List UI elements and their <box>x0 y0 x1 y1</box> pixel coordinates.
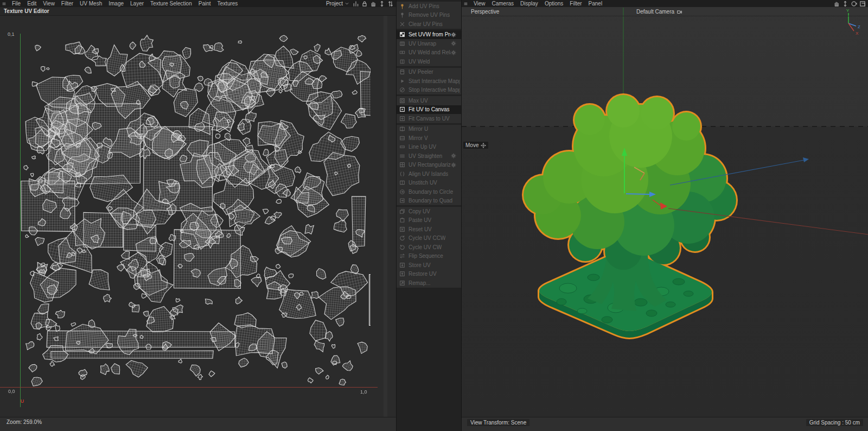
uv-cmd-clear-uv-pins[interactable]: Clear UV Pins <box>397 20 461 29</box>
menu-texture-selection[interactable]: Texture Selection <box>147 1 195 7</box>
dolly-icon[interactable] <box>379 1 385 7</box>
uv-cmd-label: Stop Interactive Mapping <box>409 87 459 93</box>
uv-editor-tab-title[interactable]: Texture UV Editor <box>4 8 49 14</box>
uv-command-group: Copy UVPaste UVReset UVCycle UV CCWCycle… <box>397 207 461 288</box>
menu-uv-mesh[interactable]: UV Mesh <box>76 1 105 7</box>
dolly-icon[interactable] <box>842 1 848 7</box>
viewport-3d-scene[interactable]: YZX <box>462 7 868 417</box>
uv-cmd-uv-unwrap[interactable]: UV Unwrap <box>397 39 461 48</box>
uv-cmd-label: Add UV Pins <box>409 3 439 9</box>
uv-cmd-label: Fit Canvas to UV <box>409 116 450 122</box>
uv-cmd-mirror-u[interactable]: Mirror U <box>397 125 461 134</box>
gear-icon[interactable] <box>451 32 456 37</box>
uv-cmd-label: Flip Sequence <box>409 253 443 259</box>
project-dropdown[interactable]: Project <box>325 1 350 7</box>
uv-cmd-label: Copy UV <box>409 208 430 214</box>
menu-paint[interactable]: Paint <box>195 1 214 7</box>
menu-edit[interactable]: Edit <box>24 1 40 7</box>
uv-cmd-uv-peeler[interactable]: UV Peeler <box>397 68 461 77</box>
uv-cmd-uv-weld-and-relax[interactable]: UV Weld and Relax <box>397 48 461 58</box>
hamburger-icon[interactable] <box>0 1 9 7</box>
uv-cmd-add-uv-pins[interactable]: Add UV Pins <box>397 2 461 11</box>
uv-cmd-label: Mirror V <box>409 135 428 141</box>
uv-cmd-paste-uv[interactable]: Paste UV <box>397 216 461 225</box>
menu-cameras[interactable]: Cameras <box>489 1 518 7</box>
move-icon <box>481 143 486 148</box>
menu-view[interactable]: View <box>40 1 58 7</box>
uv-cmd-store-uv[interactable]: Store UV <box>397 261 461 270</box>
histogram-icon[interactable] <box>353 1 359 7</box>
uv-cmd-fit-uv-to-canvas[interactable]: Fit UV to Canvas <box>397 105 461 115</box>
menu-filter[interactable]: Filter <box>58 1 76 7</box>
reset-icon <box>399 226 405 232</box>
uv-cmd-fit-canvas-to-uv[interactable]: Fit Canvas to UV <box>397 114 461 123</box>
uv-cmd-set-uvw-from-projection[interactable]: Set UVW from Projection <box>397 30 461 40</box>
uv-cmd-uv-straighten[interactable]: UV Straighten <box>397 151 461 161</box>
uv-cmd-boundary-to-circle[interactable]: Boundary to Circle <box>397 187 461 197</box>
uv-cmd-max-uv[interactable]: Max UV <box>397 96 461 105</box>
gear-icon[interactable] <box>451 50 456 55</box>
uv-cmd-cycle-uv-cw[interactable]: Cycle UV CW <box>397 243 461 252</box>
menu-display[interactable]: Display <box>517 1 541 7</box>
gear-icon[interactable] <box>451 153 456 159</box>
gear-icon[interactable] <box>451 41 456 46</box>
uv-cmd-uv-weld[interactable]: UV Weld <box>397 57 461 66</box>
uv-cmd-boundary-to-quad[interactable]: Boundary to Quad <box>397 197 461 206</box>
hamburger-icon[interactable] <box>462 1 470 7</box>
lock-icon[interactable] <box>361 1 368 7</box>
uv-cmd-reset-uv[interactable]: Reset UV <box>397 225 461 234</box>
uv-cmd-cycle-uv-ccw[interactable]: Cycle UV CCW <box>397 234 461 243</box>
fit-uv-icon <box>399 106 405 112</box>
uv-cmd-uv-rectangularize[interactable]: UV Rectangularize <box>397 161 461 170</box>
tree-model[interactable] <box>524 95 736 338</box>
menu-view[interactable]: View <box>470 1 489 7</box>
pan-icon[interactable] <box>370 1 376 7</box>
boundary-circle-icon <box>399 189 405 195</box>
menu-textures[interactable]: Textures <box>214 1 241 7</box>
uv-cmd-flip-sequence[interactable]: Flip Sequence <box>397 252 461 261</box>
maximize-icon[interactable] <box>859 1 866 7</box>
uv-cmd-stop-interactive-mapping[interactable]: Stop Interactive Mapping <box>397 86 461 95</box>
application-window: FileEditViewFilterUV MeshImageLayerTextu… <box>0 0 868 431</box>
uv-corner-label-01: 0,1 <box>8 31 15 37</box>
uv-cmd-remap[interactable]: Remap... <box>397 278 461 288</box>
unstitch-icon <box>399 180 405 186</box>
viewport-canvas[interactable]: YZX Perspective Default Camera Move <box>462 7 868 417</box>
menu-layer[interactable]: Layer <box>127 1 147 7</box>
uv-cmd-start-interactive-mapping[interactable]: Start Interactive Mapping <box>397 77 461 86</box>
menu-file[interactable]: File <box>9 1 24 7</box>
pan-icon[interactable] <box>833 1 840 7</box>
uv-cmd-align-uv-islands[interactable]: Align UV Islands <box>397 169 461 179</box>
swap-icon[interactable] <box>387 1 394 7</box>
uv-cmd-label: UV Peeler <box>409 69 433 75</box>
gear-icon[interactable] <box>451 162 456 168</box>
copy-icon <box>399 208 405 214</box>
uv-scrollbar-track[interactable] <box>384 16 387 417</box>
menu-options[interactable]: Options <box>541 1 566 7</box>
uv-cmd-restore-uv[interactable]: Restore UV <box>397 270 461 279</box>
uv-cmd-label: Clear UV Pins <box>409 21 443 27</box>
viewport-panel: ViewCamerasDisplayOptionsFilterPanel YZX… <box>461 0 868 431</box>
uv-wireframe-canvas[interactable] <box>20 34 371 387</box>
uv-cmd-remove-uv-pins[interactable]: Remove UV Pins <box>397 11 461 20</box>
menu-filter[interactable]: Filter <box>566 1 585 7</box>
uv-cmd-label: Restore UV <box>409 271 437 277</box>
camera-label[interactable]: Default Camera <box>636 9 682 15</box>
straighten-icon <box>399 153 405 159</box>
view-mode-label[interactable]: Perspective <box>471 9 499 15</box>
uv-cmd-label: Cycle UV CCW <box>409 235 445 241</box>
uv-cmd-mirror-v[interactable]: Mirror V <box>397 134 461 143</box>
uv-cmd-copy-uv[interactable]: Copy UV <box>397 207 461 216</box>
orbit-icon[interactable] <box>851 1 857 7</box>
max-uv-icon <box>399 98 405 104</box>
uv-canvas-area[interactable]: 0,1 0,0 1,0 U <box>0 16 396 417</box>
viewport-header-divider <box>462 16 868 16</box>
uv-cmd-unstitch-uv[interactable]: Unstitch UV <box>397 179 461 188</box>
menu-panel[interactable]: Panel <box>585 1 606 7</box>
menu-image[interactable]: Image <box>105 1 127 7</box>
axis-y-label: Y <box>846 8 850 13</box>
uv-cmd-label: Boundary to Quad <box>409 198 452 204</box>
unwrap-icon <box>399 41 405 47</box>
uv-cmd-line-up-uv[interactable]: Line Up UV <box>397 143 461 152</box>
v-axis-line <box>20 34 21 407</box>
